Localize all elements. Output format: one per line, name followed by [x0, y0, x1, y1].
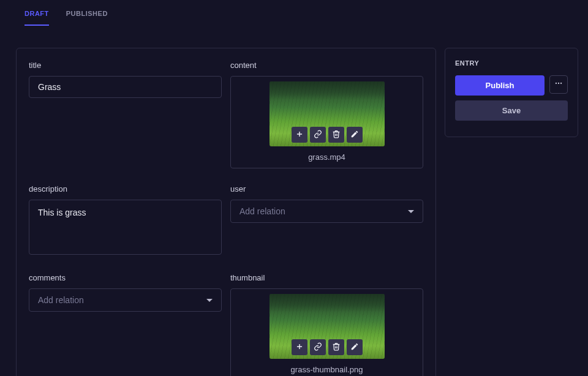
user-relation-placeholder: Add relation: [239, 206, 285, 216]
content-delete-button[interactable]: [328, 127, 344, 143]
field-description: description: [29, 184, 222, 257]
field-title: title: [29, 61, 222, 168]
link-icon: [314, 342, 322, 353]
main-panel: title content: [16, 48, 436, 376]
side-panel: ENTRY Publish Save: [445, 48, 578, 137]
comments-label: comments: [29, 273, 222, 282]
save-button[interactable]: Save: [455, 100, 568, 121]
tab-draft[interactable]: DRAFT: [24, 10, 49, 26]
content-label: content: [230, 61, 423, 70]
content-media-actions: [292, 127, 363, 143]
thumbnail-media-box: grass-thumbnail.png: [230, 288, 423, 376]
thumbnail-delete-button[interactable]: [328, 339, 344, 355]
svg-point-6: [560, 83, 562, 84]
publish-button[interactable]: Publish: [455, 75, 545, 96]
field-content: content: [230, 61, 423, 168]
content-media-preview: [270, 81, 385, 146]
chevron-down-icon: [206, 299, 213, 302]
thumbnail-link-button[interactable]: [310, 339, 326, 355]
svg-point-5: [558, 83, 559, 84]
comments-relation-select[interactable]: Add relation: [29, 288, 222, 312]
plus-icon: [295, 342, 304, 353]
trash-icon: [332, 130, 341, 140]
user-relation-select[interactable]: Add relation: [230, 200, 423, 223]
plus-icon: [295, 130, 304, 140]
svg-point-4: [556, 83, 557, 84]
description-input[interactable]: [29, 200, 222, 255]
title-label: title: [29, 61, 222, 70]
more-actions-button[interactable]: [549, 75, 568, 94]
thumbnail-media-actions: [292, 339, 363, 355]
entry-heading: ENTRY: [455, 59, 568, 67]
content-edit-button[interactable]: [347, 127, 363, 143]
content-link-button[interactable]: [310, 127, 326, 143]
pencil-icon: [350, 342, 359, 353]
field-comments: comments Add relation: [29, 273, 222, 376]
thumbnail-edit-button[interactable]: [347, 339, 363, 355]
user-label: user: [230, 184, 423, 194]
thumbnail-media-preview: [270, 294, 385, 359]
title-input[interactable]: [29, 76, 222, 98]
trash-icon: [332, 342, 341, 353]
field-thumbnail: thumbnail: [230, 273, 423, 376]
field-user: user Add relation: [230, 184, 423, 257]
thumbnail-filename: grass-thumbnail.png: [291, 365, 363, 374]
thumbnail-add-button[interactable]: [292, 339, 307, 355]
content-media-box: grass.mp4: [230, 76, 423, 168]
content-filename: grass.mp4: [308, 152, 345, 162]
tab-published[interactable]: PUBLISHED: [66, 10, 108, 26]
content-add-button[interactable]: [292, 127, 307, 143]
pencil-icon: [350, 130, 359, 140]
chevron-down-icon: [408, 210, 414, 213]
thumbnail-label: thumbnail: [230, 273, 423, 282]
ellipsis-icon: [554, 79, 563, 90]
tabs-bar: DRAFT PUBLISHED: [0, 0, 588, 26]
description-label: description: [29, 184, 222, 194]
comments-relation-placeholder: Add relation: [38, 295, 84, 305]
link-icon: [314, 130, 322, 140]
